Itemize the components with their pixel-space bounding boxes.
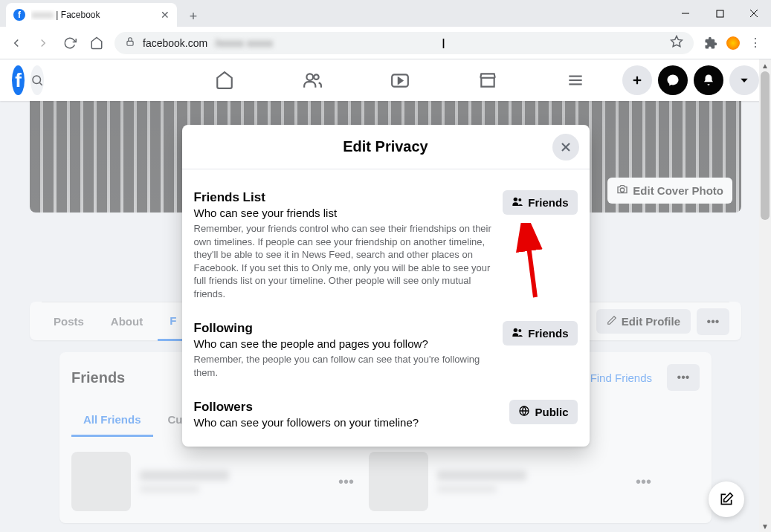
friends-title: Friends (71, 369, 125, 386)
privacy-row-friends-list: Friends List Who can see your friends li… (194, 180, 578, 311)
tab-about[interactable]: About (99, 302, 155, 341)
friends-more-button[interactable]: ••• (667, 364, 700, 391)
privacy-heading: Friends List (194, 190, 494, 205)
search-button[interactable] (30, 65, 44, 95)
friend-sub-redacted (140, 485, 199, 493)
nav-home[interactable] (184, 62, 265, 98)
url-path-redacted: /xxxxx xxxxx (215, 37, 273, 49)
edit-profile-label: Edit Profile (622, 315, 680, 328)
window-controls (668, 0, 771, 27)
public-icon (518, 405, 530, 419)
friend-thumb (71, 452, 131, 511)
top-nav (184, 62, 616, 98)
friend-item[interactable]: ••• (71, 452, 354, 511)
friends-icon (512, 195, 523, 210)
friend-sub-redacted (437, 485, 497, 493)
privacy-heading: Followers (194, 400, 501, 415)
create-button[interactable] (622, 65, 652, 95)
privacy-desc: Remember, your friends control who can s… (194, 222, 494, 300)
forward-button[interactable] (34, 34, 52, 52)
friend-more-button[interactable]: ••• (338, 473, 354, 490)
browser-chrome: f xxxxx | Facebook ✕ + facebook.com/xxxx… (0, 0, 771, 59)
privacy-heading: Following (194, 321, 494, 336)
edit-cover-button[interactable]: Edit Cover Photo (607, 178, 732, 204)
tab-bar: f xxxxx | Facebook ✕ + (0, 0, 771, 27)
close-tab-icon[interactable]: ✕ (161, 9, 170, 21)
account-button[interactable] (729, 65, 759, 95)
svg-point-8 (306, 74, 313, 80)
minimize-button[interactable] (668, 0, 703, 27)
star-icon[interactable] (670, 35, 683, 51)
svg-point-9 (314, 74, 319, 80)
friend-name-redacted (437, 470, 526, 481)
reload-button[interactable] (61, 34, 79, 52)
modal-close-button[interactable] (552, 134, 579, 160)
svg-marker-11 (399, 78, 402, 84)
find-friends-link[interactable]: Find Friends (581, 366, 661, 390)
privacy-row-followers: Followers Who can see your followers on … (194, 389, 578, 432)
privacy-selector-followers[interactable]: Public (509, 400, 577, 424)
privacy-selector-following[interactable]: Friends (503, 321, 577, 346)
scrollbar-thumb[interactable] (761, 71, 770, 220)
address-bar: facebook.com/xxxxx xxxxx I ⋮ (0, 27, 771, 59)
facebook-favicon: f (13, 9, 25, 21)
svg-marker-5 (671, 36, 683, 47)
modal-body: Friends List Who can see your friends li… (182, 169, 590, 447)
maximize-button[interactable] (703, 0, 737, 27)
friends-icon (512, 326, 523, 340)
nav-menu[interactable] (535, 62, 616, 98)
tab-posts[interactable]: Posts (42, 302, 96, 341)
tab-title: xxxxx | Facebook (31, 10, 155, 20)
scroll-up-button[interactable]: ▲ (759, 59, 771, 71)
privacy-sub: Who can see your friends list (194, 207, 494, 219)
friend-more-button[interactable]: ••• (636, 473, 651, 490)
close-window-button[interactable] (737, 0, 771, 27)
nav-marketplace[interactable] (447, 62, 529, 98)
svg-point-22 (519, 198, 522, 201)
modal-header: Edit Privacy (182, 125, 590, 169)
svg-point-24 (519, 329, 522, 332)
privacy-button-label: Friends (528, 327, 568, 340)
pencil-icon (607, 315, 617, 328)
header-right (622, 65, 759, 95)
svg-point-18 (621, 188, 625, 192)
profile-more-button[interactable]: ••• (697, 308, 729, 335)
nav-watch[interactable] (359, 62, 441, 98)
new-tab-button[interactable]: + (183, 6, 204, 27)
edit-cover-label: Edit Cover Photo (633, 184, 723, 197)
privacy-desc: Remember, the people you can follow can … (194, 353, 494, 379)
browser-menu-icon[interactable]: ⋮ (747, 35, 764, 51)
extension-badge-icon[interactable] (726, 36, 740, 50)
edit-privacy-modal: Edit Privacy Friends List Who can see yo… (182, 125, 590, 447)
home-button[interactable] (88, 34, 106, 52)
svg-rect-4 (127, 41, 133, 45)
facebook-logo[interactable]: f (12, 65, 25, 95)
lock-icon (125, 36, 135, 49)
extensions-icon[interactable] (703, 35, 719, 51)
subtab-all-friends[interactable]: All Friends (71, 404, 153, 437)
edit-profile-button[interactable]: Edit Profile (596, 309, 691, 334)
privacy-selector-friends-list[interactable]: Friends (503, 190, 577, 215)
scroll-down-button[interactable]: ▼ (759, 520, 771, 532)
friend-item[interactable]: ••• (369, 452, 651, 511)
notifications-button[interactable] (694, 65, 723, 95)
toolbar-actions: ⋮ (703, 35, 764, 51)
privacy-sub: Who can see the people and pages you fol… (194, 337, 494, 350)
browser-tab[interactable]: f xxxxx | Facebook ✕ (6, 3, 177, 27)
facebook-header: f (0, 59, 771, 101)
back-button[interactable] (7, 34, 25, 52)
svg-rect-1 (717, 10, 723, 17)
compose-fab[interactable] (709, 481, 744, 517)
nav-friends[interactable] (271, 62, 353, 98)
svg-marker-17 (741, 79, 747, 82)
privacy-sub: Who can see your followers on your timel… (194, 416, 501, 429)
modal-title: Edit Privacy (343, 138, 428, 155)
privacy-button-label: Public (535, 406, 568, 418)
camera-icon (616, 184, 628, 198)
svg-line-7 (39, 82, 42, 85)
svg-point-23 (514, 328, 517, 332)
url-field[interactable]: facebook.com/xxxxx xxxxx I (114, 32, 694, 54)
friend-name-redacted (140, 470, 229, 481)
friend-thumb (369, 452, 428, 511)
messenger-button[interactable] (658, 65, 688, 95)
